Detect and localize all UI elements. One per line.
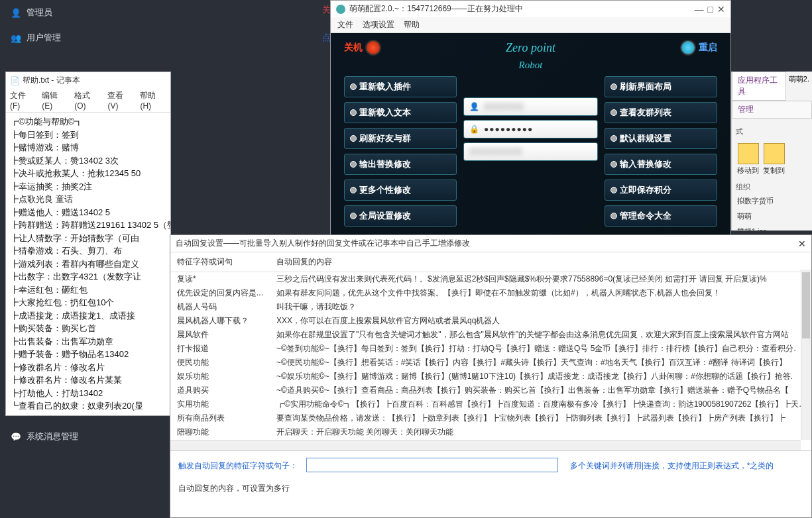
cfg-left-btn-4[interactable]: 更多个性修改 bbox=[344, 180, 457, 201]
bullet-icon bbox=[350, 83, 357, 90]
sidebar-item-sysmsg[interactable]: 💬 系统消息管理 bbox=[0, 424, 89, 449]
cfg-right-btn-2[interactable]: 默认群规设置 bbox=[605, 128, 717, 149]
table-row[interactable]: 道具购买~©道具购买©~【换行】查看商品：商品列表【换行】购买装备：购买匕首【换… bbox=[170, 384, 811, 397]
users-icon: 👥 bbox=[11, 33, 21, 43]
cell-reply: 如果有群友问问题，优先从这个文件中找答案。【换行】即使在不加触发前缀（比如#），… bbox=[276, 287, 805, 299]
table-row[interactable]: 复读*三秒之后代码没有发出来则代表死代码！。$发消息延迟2秒$回声$隐藏$%积分… bbox=[170, 272, 811, 286]
minimize-button[interactable]: — bbox=[695, 4, 704, 15]
cell-reply: 开启聊天：开启聊天功能 关闭聊天：关闭聊天功能 bbox=[276, 427, 805, 438]
cell-reply: 要查询某类物品价格，请发送：【换行】┣勋章列表【换行】┣宝物列表【换行】┣防御列… bbox=[276, 413, 805, 424]
extra-blur bbox=[469, 148, 522, 156]
notepad-line: ┣出售装备：出售军功勋章 bbox=[10, 335, 166, 348]
cfg-left-btn-5[interactable]: 全局设置修改 bbox=[344, 205, 457, 227]
sidebar-item-admin[interactable]: 👤 管理员 bbox=[0, 0, 166, 25]
table-row[interactable]: 晨风机器人哪下载？XXX，你可以在百度上搜索晨风软件官方网站或者晨风qq机器人 bbox=[170, 314, 811, 328]
cfg-menu-file[interactable]: 文件 bbox=[337, 19, 353, 30]
cfg-right-btn-5[interactable]: 管理命令大全 bbox=[605, 205, 717, 227]
notepad-line: ┣跨群赠送：跨群赠送219161 13402 5（赞） bbox=[10, 219, 166, 232]
folder-copy-icon bbox=[764, 143, 785, 164]
menu-view[interactable]: 查看(V) bbox=[107, 90, 133, 111]
notepad-line: ┣修改群名片：修改名片 bbox=[10, 361, 166, 374]
restart-label: 重启 bbox=[699, 42, 717, 54]
file-item[interactable]: 萌萌 bbox=[732, 209, 812, 224]
notepad-line: ┣购买装备：购买匕首 bbox=[10, 322, 166, 335]
notepad-titlebar[interactable]: 📄 帮助.txt - 记事本 bbox=[6, 72, 170, 89]
table-row[interactable]: 所有商品列表要查询某类物品价格，请发送：【换行】┣勋章列表【换行】┣宝物列表【换… bbox=[170, 411, 811, 425]
table-row[interactable]: 实用功能┏©实用功能命令©┓【换行】┣百度百科：百科感冒【换行】┣百度知道：百度… bbox=[170, 397, 811, 411]
cfg-right-btn-3[interactable]: 输入替换修改 bbox=[605, 154, 717, 175]
password-input[interactable]: 🔒 ●●●●●●●●● bbox=[463, 120, 598, 138]
extra-input[interactable] bbox=[463, 142, 598, 161]
cell-reply: 三秒之后代码没有发出来则代表死代码！。$发消息延迟2秒$回声$隐藏$%积分要求7… bbox=[276, 274, 805, 285]
cell-reply: ~©道具购买©~【换行】查看商品：商品列表【换行】购买装备：购买匕首【换行】出售… bbox=[276, 385, 805, 396]
notepad-window: 📄 帮助.txt - 记事本 文件(F) 编辑(E) 格式(O) 查看(V) 帮… bbox=[5, 72, 171, 416]
trigger-input[interactable] bbox=[306, 458, 558, 472]
table-row[interactable]: 晨风软件如果你在群规里设置了"只有包含关键词才触发"，那么包含"晨风软件"的关键… bbox=[170, 328, 811, 342]
cfg-right-btn-4[interactable]: 立即保存积分 bbox=[605, 180, 717, 201]
cfg-left-btn-0[interactable]: 重新载入插件 bbox=[344, 76, 457, 97]
notepad-line: ┣赠送他人：赠送13402 5 bbox=[10, 206, 166, 219]
menu-help[interactable]: 帮助(H) bbox=[140, 90, 166, 111]
app-icon bbox=[336, 5, 345, 14]
table-row[interactable]: 打卡报道~©签到功能©~【换行】每日签到：签到【换行】打劫：打劫Q号【换行】赠送… bbox=[170, 342, 811, 356]
table-header-reply[interactable]: 自动回复的内容 bbox=[276, 256, 805, 268]
notepad-line: ┣出数字：出数字4321（发数字让 bbox=[10, 270, 166, 284]
cfg-left-btn-2[interactable]: 刷新好友与群 bbox=[344, 128, 457, 149]
cell-trigger: 陪聊功能 bbox=[177, 427, 276, 438]
cfg-right-btn-0[interactable]: 刷新界面布局 bbox=[605, 76, 717, 97]
power-button[interactable] bbox=[365, 40, 381, 56]
table-row[interactable]: 陪聊功能开启聊天：开启聊天功能 关闭聊天：关闭聊天功能 bbox=[170, 425, 811, 439]
table-row[interactable]: 机器人号码叫我干嘛，请我吃饭？ bbox=[170, 300, 811, 314]
close-icon[interactable]: ✕ bbox=[798, 238, 806, 249]
table-row[interactable]: 便民功能~©便民功能©~【换行】想看笑话：#笑话【换行】内容【换行】#藏头诗【换… bbox=[170, 356, 811, 370]
notepad-line: ┣成语接龙：成语接龙1、成语接 bbox=[10, 309, 166, 323]
notepad-content[interactable]: ┏©功能与帮助©┓┣每日签到：签到┣赌博游戏：赌博┣赞或贬某人：赞13402 3… bbox=[6, 113, 170, 415]
power-label: 关机 bbox=[344, 42, 363, 54]
close-button[interactable]: ✕ bbox=[717, 4, 725, 15]
bullet-icon bbox=[350, 187, 357, 193]
config-menubar: 文件 选项设置 帮助 bbox=[331, 17, 730, 33]
cell-reply: XXX，你可以在百度上搜索晨风软件官方网站或者晨风qq机器人 bbox=[276, 315, 805, 327]
table-row[interactable]: 娱乐功能~©娱乐功能©~【换行】赌博游戏：赌博【换行】(赌博1赌10下注10)【… bbox=[170, 370, 811, 384]
scrollbar-vertical[interactable] bbox=[801, 270, 811, 440]
restart-button[interactable] bbox=[680, 40, 696, 56]
cell-reply: ~©便民功能©~【换行】想看笑话：#笑话【换行】内容【换行】#藏头诗【换行】天气… bbox=[276, 357, 805, 368]
cfg-left-btn-3[interactable]: 输出替换修改 bbox=[344, 154, 457, 175]
notepad-line: ┣每日签到：签到 bbox=[10, 129, 166, 142]
maximize-button[interactable]: □ bbox=[708, 4, 713, 15]
file-item[interactable]: 拟数字货币 bbox=[732, 193, 812, 209]
menu-edit[interactable]: 编辑(E) bbox=[42, 90, 68, 111]
sidebar-item-users[interactable]: 👥 用户管理 bbox=[0, 25, 166, 50]
notepad-menubar: 文件(F) 编辑(E) 格式(O) 查看(V) 帮助(H) bbox=[6, 89, 170, 113]
ribbon-tab-manage[interactable]: 管理 bbox=[732, 101, 812, 119]
bullet-icon bbox=[610, 213, 617, 219]
bullet-icon bbox=[350, 135, 357, 142]
menu-file[interactable]: 文件(F) bbox=[10, 90, 35, 111]
config-titlebar[interactable]: 萌萌配置2.0.~：1547712669——正在努力处理中 — □ ✕ bbox=[331, 1, 730, 17]
autoreply-title: 自动回复设置——可批量导入别人制作好的回复文件或在记事本中自己手工增添修改 bbox=[176, 238, 470, 249]
autoreply-table: 特征字符或词句 自动回复的内容 复读*三秒之后代码没有发出来则代表死代码！。$发… bbox=[170, 252, 811, 451]
brand-title: Zero point bbox=[506, 41, 555, 55]
move-to-button[interactable]: 移动到 bbox=[737, 143, 759, 176]
autoreply-titlebar[interactable]: 自动回复设置——可批量导入别人制作好的回复文件或在记事本中自己手工增添修改 ✕ bbox=[170, 235, 811, 252]
scrollbar-horizontal[interactable] bbox=[170, 440, 801, 450]
notepad-line: ┣游戏列表：看群内有哪些自定义 bbox=[10, 258, 166, 271]
account-input[interactable]: 👤 bbox=[463, 97, 598, 116]
cfg-right-btn-1[interactable]: 查看友群列表 bbox=[605, 102, 717, 123]
cell-trigger: 所有商品列表 bbox=[177, 413, 276, 424]
cell-trigger: 便民功能 bbox=[177, 357, 276, 368]
ribbon-ctx-tab[interactable]: 应用程序工具 bbox=[732, 72, 786, 101]
cfg-menu-help[interactable]: 帮助 bbox=[404, 19, 420, 30]
cell-trigger: 实用功能 bbox=[177, 399, 276, 410]
notepad-line: ┣赌博游戏：赌博 bbox=[10, 141, 166, 154]
table-header-trigger[interactable]: 特征字符或词句 bbox=[177, 256, 276, 268]
table-row[interactable]: 优先设定的回复内容是...如果有群友问问题，优先从这个文件中找答案。【换行】即使… bbox=[170, 286, 811, 300]
cfg-menu-options[interactable]: 选项设置 bbox=[363, 19, 394, 30]
menu-format[interactable]: 格式(O) bbox=[74, 90, 101, 111]
copy-to-button[interactable]: 复制到 bbox=[763, 143, 785, 176]
scroll-thumb[interactable] bbox=[802, 272, 810, 338]
cfg-left-btn-1[interactable]: 重新载入文本 bbox=[344, 102, 457, 123]
notepad-line: ┣赠予装备：赠予物品名13402 bbox=[10, 348, 166, 361]
bullet-icon bbox=[610, 161, 617, 168]
notepad-line: ┣赞或贬某人：赞13402 3次 bbox=[10, 154, 166, 168]
